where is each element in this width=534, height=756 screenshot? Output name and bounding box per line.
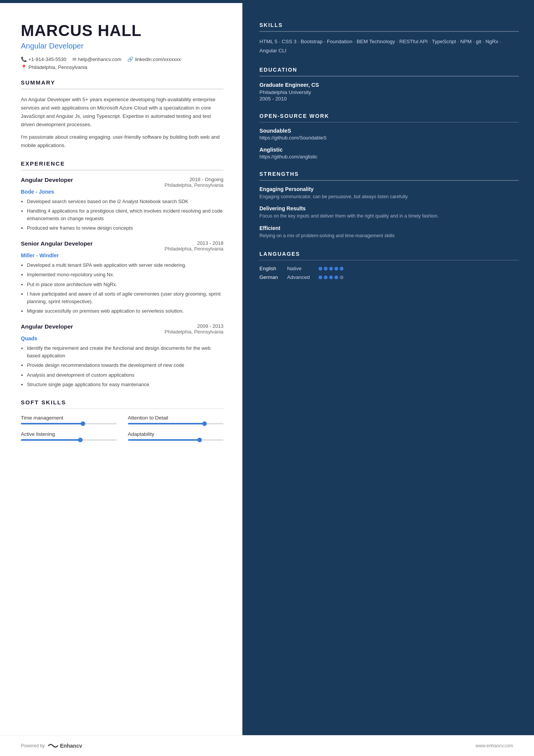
exp-location-1: Philadelphia, Pennsylvania bbox=[165, 182, 223, 188]
skill-bar-track-3 bbox=[21, 439, 117, 441]
resume: MARCUS HALL Angular Developer 📞 +1-914-3… bbox=[0, 0, 534, 756]
dot-2-1 bbox=[319, 275, 322, 279]
candidate-name: MARCUS HALL bbox=[21, 22, 223, 39]
footer-left: Powered by Enhancv bbox=[21, 742, 82, 749]
header-section: MARCUS HALL Angular Developer 📞 +1-914-3… bbox=[21, 22, 223, 70]
lang-dots-1 bbox=[319, 267, 344, 271]
left-column: MARCUS HALL Angular Developer 📞 +1-914-3… bbox=[0, 3, 242, 735]
exp-dates-1: 2018 - Ongoing bbox=[169, 177, 223, 182]
exp-bullets-1: Developed search services based on the i… bbox=[21, 198, 223, 232]
lang-dots-2 bbox=[319, 275, 344, 279]
edu-degree: Graduate Engineer, CS bbox=[259, 82, 519, 88]
experience-divider bbox=[21, 170, 223, 171]
oss-item-1: SoundableS https://github.com/SoundableS bbox=[259, 128, 519, 141]
exp-role-1: Angular Developer bbox=[21, 177, 73, 183]
exp-item-2: Senior Angular Developer 2013 - 2018 Phi… bbox=[21, 240, 223, 315]
oss-name-2: Anglistic bbox=[259, 147, 519, 153]
summary-title: SUMMARY bbox=[21, 79, 223, 86]
exp-dates-3: 2009 - 2013 bbox=[169, 323, 223, 329]
bullet-1-1: Developed search services based on the i… bbox=[27, 198, 223, 205]
skill-bar-track-2 bbox=[128, 423, 224, 424]
exp-company-1: Bode - Jones bbox=[21, 189, 223, 195]
strength-desc-1: Engaging communicator, can be persuasive… bbox=[259, 193, 519, 200]
edu-years: 2005 - 2010 bbox=[259, 96, 519, 102]
oss-name-1: SoundableS bbox=[259, 128, 519, 134]
experience-title: EXPERIENCE bbox=[21, 160, 223, 167]
strength-desc-2: Focus on the key inputs and deliver them… bbox=[259, 213, 519, 220]
lang-row-2: German Advanced bbox=[259, 274, 519, 280]
soft-skills-divider bbox=[21, 409, 223, 409]
strength-item-1: Engaging Personality Engaging communicat… bbox=[259, 186, 519, 200]
exp-bullets-2: Developed a multi tenant SPA web applica… bbox=[21, 261, 223, 315]
open-source-section: OPEN-SOURCE WORK SoundableS https://gith… bbox=[259, 113, 519, 160]
lang-name-1: English bbox=[259, 266, 284, 271]
edu-school: Philadelphia University bbox=[259, 89, 519, 95]
brand-name: Enhancv bbox=[60, 743, 82, 749]
strengths-section: STRENGTHS Engaging Personality Engaging … bbox=[259, 171, 519, 239]
dot-1-5 bbox=[340, 267, 344, 271]
oss-item-2: Anglistic https://github.com/anglistic bbox=[259, 147, 519, 160]
education-divider bbox=[259, 76, 519, 77]
bullet-2-4: I have participated and aware of all sor… bbox=[27, 290, 223, 305]
phone-item: 📞 +1-914-345-5530 bbox=[21, 56, 66, 62]
soft-skills-title: SOFT SKILLS bbox=[21, 399, 223, 405]
linkedin-text: linkedin.com/xxxxxxx bbox=[135, 56, 181, 62]
skills-text: HTML 5 · CSS 3 · Bootstrap · Foundation … bbox=[259, 37, 519, 56]
dot-1-3 bbox=[329, 267, 333, 271]
location-text: Philadelphia, Pennsylvania bbox=[28, 64, 87, 70]
skill-bar-track-4 bbox=[128, 439, 224, 441]
footer: Powered by Enhancv www.enhancv.com bbox=[0, 735, 534, 756]
skill-bar-fill-1 bbox=[21, 423, 83, 424]
languages-section: LANGUAGES English Native German Advan bbox=[259, 251, 519, 280]
oss-link-2: https://github.com/anglistic bbox=[259, 154, 519, 160]
email-text: help@enhancv.com bbox=[78, 56, 121, 62]
exp-role-3: Angular Developer bbox=[21, 323, 73, 330]
skills-title: SKILLS bbox=[259, 22, 519, 28]
exp-bullets-3: Identify the requirement and create the … bbox=[21, 344, 223, 388]
soft-skill-3: Active listening bbox=[21, 431, 117, 441]
dot-2-5 bbox=[340, 275, 344, 279]
bullet-2-3: Put in place store architecture with NgR… bbox=[27, 281, 223, 288]
right-column: SKILLS HTML 5 · CSS 3 · Bootstrap · Foun… bbox=[242, 3, 534, 735]
email-icon: ✉ bbox=[72, 56, 77, 62]
bullet-3-3: Analysis and development of custom appli… bbox=[27, 371, 223, 379]
summary-para-1: An Angular Developer with 5+ years exper… bbox=[21, 95, 223, 129]
strength-item-2: Delivering Results Focus on the key inpu… bbox=[259, 205, 519, 220]
skill-bar-fill-3 bbox=[21, 439, 80, 441]
lang-name-2: German bbox=[259, 274, 284, 280]
enhancv-logo-icon bbox=[48, 742, 58, 749]
strength-title-2: Delivering Results bbox=[259, 205, 519, 211]
skills-section: SKILLS HTML 5 · CSS 3 · Bootstrap · Foun… bbox=[259, 22, 519, 55]
exp-location-2: Philadelphia, Pennsylvania bbox=[165, 246, 223, 252]
skill-bar-thumb-2 bbox=[202, 421, 207, 426]
strength-title-1: Engaging Personality bbox=[259, 186, 519, 192]
dot-2-4 bbox=[334, 275, 338, 279]
candidate-title: Angular Developer bbox=[21, 42, 223, 50]
strength-desc-3: Relying on a mix of problem-solving and … bbox=[259, 232, 519, 239]
email-item: ✉ help@enhancv.com bbox=[72, 56, 121, 62]
dot-1-4 bbox=[334, 267, 338, 271]
bullet-3-1: Identify the requirement and create the … bbox=[27, 344, 223, 360]
skills-divider bbox=[259, 31, 519, 32]
exp-dates-2: 2013 - 2018 bbox=[169, 240, 223, 246]
skill-bar-thumb-1 bbox=[81, 421, 85, 426]
dot-2-2 bbox=[324, 275, 328, 279]
soft-skill-4: Adaptability bbox=[128, 431, 224, 441]
strength-title-3: Efficient bbox=[259, 225, 519, 231]
strength-item-3: Efficient Relying on a mix of problem-so… bbox=[259, 225, 519, 239]
dot-1-1 bbox=[319, 267, 322, 271]
soft-skill-label-4: Adaptability bbox=[128, 431, 224, 437]
exp-location-3: Philadelphia, Pennsylvania bbox=[165, 329, 223, 335]
languages-title: LANGUAGES bbox=[259, 251, 519, 257]
soft-skills-section: SOFT SKILLS Time management Attention to… bbox=[21, 399, 223, 441]
education-title: EDUCATION bbox=[259, 67, 519, 73]
soft-skill-label-3: Active listening bbox=[21, 431, 117, 437]
lang-row-1: English Native bbox=[259, 266, 519, 271]
bullet-1-2: Handling 4 applications for a prestigiou… bbox=[27, 207, 223, 222]
skill-bar-track-1 bbox=[21, 423, 117, 424]
skill-bar-thumb-4 bbox=[197, 438, 202, 442]
open-source-divider bbox=[259, 122, 519, 123]
footer-logo: Enhancv bbox=[48, 742, 82, 749]
experience-section: EXPERIENCE Angular Developer 2018 - Ongo… bbox=[21, 160, 223, 388]
soft-skill-label-2: Attention to Detail bbox=[128, 415, 224, 421]
